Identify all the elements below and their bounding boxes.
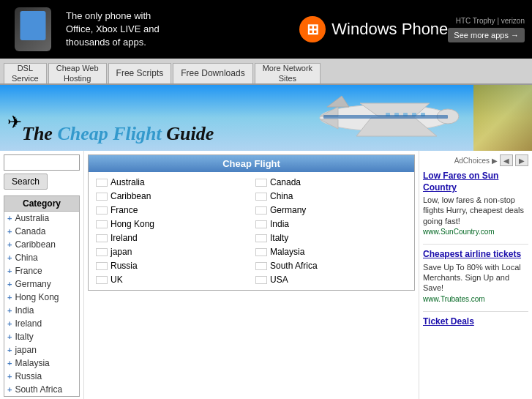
windows-phone-logo: ⊞ Windows Phone <box>299 16 448 42</box>
category-label: France <box>15 266 42 276</box>
plus-icon: + <box>7 385 12 394</box>
flag-icon <box>255 276 267 284</box>
ad-title-link[interactable]: Ticket Deals <box>423 316 528 328</box>
category-label: Italty <box>15 332 33 342</box>
plus-icon: + <box>7 332 12 341</box>
flight-item-left[interactable]: Russia <box>92 259 251 272</box>
flight-item-left[interactable]: Australia <box>92 176 251 189</box>
sidebar-category-item[interactable]: +Russia <box>4 370 79 383</box>
category-box: Category +Australia+Canada+Caribbean+Chi… <box>4 195 80 397</box>
ad-title-link[interactable]: Cheapest airline tickets <box>423 249 528 261</box>
sidebar-category-item[interactable]: +France <box>4 264 79 277</box>
tab-dsl[interactable]: DSL Service <box>4 63 47 83</box>
category-label: India <box>15 305 34 316</box>
flight-item-left[interactable]: Hong Kong <box>92 217 251 231</box>
flight-label: Caribbean <box>110 191 151 201</box>
flight-grid: AustraliaCanadaCaribbeanChinaFranceGerma… <box>89 172 414 290</box>
ad-divider <box>423 311 528 312</box>
flight-item-right[interactable]: India <box>252 217 411 231</box>
flight-item-right[interactable]: USA <box>252 273 411 286</box>
flight-item-left[interactable]: Ireland <box>92 231 251 245</box>
flight-item-right[interactable]: South Africa <box>252 259 411 272</box>
flight-item-left[interactable]: France <box>92 204 251 217</box>
ad-next-button[interactable]: ▶ <box>515 154 528 166</box>
htc-badge: HTC Trophy | verizon <box>456 17 525 25</box>
tab-scripts[interactable]: Free Scripts <box>108 63 172 83</box>
flight-item-right[interactable]: Malaysia <box>252 245 411 258</box>
flight-label: Italty <box>270 233 288 243</box>
plus-icon: + <box>7 293 12 302</box>
plus-icon: + <box>7 227 12 236</box>
ad-choices-icon: ▶ <box>492 157 498 165</box>
flag-icon <box>255 206 267 215</box>
flag-icon <box>96 193 108 201</box>
ad-block-2: Ticket Deals <box>423 316 528 328</box>
flight-label: South Africa <box>270 261 318 271</box>
plus-icon: + <box>7 240 12 249</box>
flight-item-right[interactable]: Germany <box>252 204 411 217</box>
money-background <box>473 85 532 151</box>
ad-url: www.SunCountry.com <box>423 228 495 236</box>
nav-bar: DSL Service Cheap Web Hosting Free Scrip… <box>0 59 532 85</box>
plus-icon: + <box>7 266 12 275</box>
plus-icon: + <box>7 214 12 223</box>
flight-item-left[interactable]: japan <box>92 245 251 258</box>
category-label: Germany <box>15 279 50 289</box>
plus-icon: + <box>7 359 12 368</box>
sidebar-category-item[interactable]: +Italty <box>4 330 79 343</box>
sidebar-category-item[interactable]: +South Africa <box>4 383 79 396</box>
ad-prev-button[interactable]: ◀ <box>500 154 513 166</box>
svg-marker-3 <box>320 119 338 129</box>
flight-item-left[interactable]: Caribbean <box>92 190 251 203</box>
flight-label: France <box>110 205 138 215</box>
category-label: Caribbean <box>15 239 55 250</box>
wp-brand-text: Windows Phone <box>331 20 448 39</box>
flight-box-header: Cheap Flight <box>89 155 414 172</box>
category-label: Australia <box>15 213 49 223</box>
tab-hosting[interactable]: Cheap Web Hosting <box>48 63 107 83</box>
ad-url: www.Trubates.com <box>423 295 485 303</box>
ad-block-1: Cheapest airline ticketsSave Up To 80% w… <box>423 249 528 303</box>
plus-icon: + <box>7 280 12 288</box>
small-plane-icon: ✈ <box>7 112 22 133</box>
plus-icon: + <box>7 306 12 315</box>
flight-label: Ireland <box>110 233 138 243</box>
flight-label: Russia <box>110 261 138 271</box>
sidebar-category-item[interactable]: +Australia <box>4 212 79 225</box>
sidebar-category-item[interactable]: +japan <box>4 343 79 357</box>
sidebar-category-item[interactable]: +Germany <box>4 277 79 291</box>
sidebar: Search Category +Australia+Canada+Caribb… <box>0 151 84 399</box>
flight-item-right[interactable]: China <box>252 190 411 203</box>
center-content: Cheap Flight AustraliaCanadaCaribbeanChi… <box>84 151 419 399</box>
flight-item-right[interactable]: Italty <box>252 231 411 245</box>
ad-text: The only phone with Office, Xbox LIVE an… <box>66 10 160 50</box>
search-input[interactable] <box>4 154 80 171</box>
ad-description: Save Up To 80% with Local Merchants. Sig… <box>423 262 528 294</box>
sidebar-category-item[interactable]: +Hong Kong <box>4 291 79 304</box>
right-ads: AdChoices ▶ ◀ ▶ Low Fares on Sun Country… <box>419 151 532 399</box>
sidebar-category-item[interactable]: +China <box>4 251 79 264</box>
phone-image <box>15 7 51 51</box>
sidebar-category-item[interactable]: +Canada <box>4 225 79 238</box>
category-label: Canada <box>15 226 45 236</box>
flight-item-right[interactable]: Canada <box>252 176 411 189</box>
sidebar-category-item[interactable]: +Caribbean <box>4 238 79 251</box>
flight-label: USA <box>270 275 288 285</box>
tab-more[interactable]: More Network Sites <box>255 63 321 83</box>
category-label: China <box>15 253 37 263</box>
sidebar-category-item[interactable]: +India <box>4 304 79 317</box>
ad-title-link[interactable]: Low Fares on Sun Country <box>423 171 528 193</box>
ad-right-section: HTC Trophy | verizon See more apps → <box>448 17 525 42</box>
search-button[interactable]: Search <box>4 174 48 190</box>
category-label: japan <box>15 345 36 355</box>
sidebar-category-item[interactable]: +Malaysia <box>4 357 79 370</box>
svg-marker-4 <box>327 96 349 107</box>
sidebar-category-item[interactable]: +Ireland <box>4 317 79 330</box>
flight-item-left[interactable]: UK <box>92 273 251 286</box>
see-more-button[interactable]: See more apps → <box>448 28 525 42</box>
flight-label: Canada <box>270 177 301 187</box>
tab-downloads[interactable]: Free Downloads <box>173 63 252 83</box>
site-header: ✈ The Cheap Flight Guide <box>0 85 532 151</box>
flight-box: Cheap Flight AustraliaCanadaCaribbeanChi… <box>88 154 415 291</box>
category-list: +Australia+Canada+Caribbean+China+France… <box>4 212 79 396</box>
